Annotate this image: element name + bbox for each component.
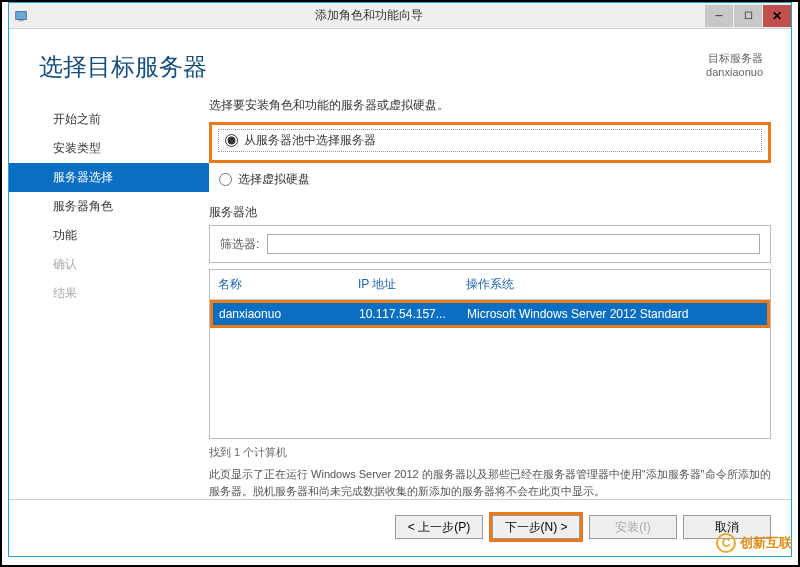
radio-from-pool-label: 从服务器池中选择服务器 xyxy=(244,132,376,149)
col-name[interactable]: 名称 xyxy=(218,276,358,293)
count-text: 找到 1 个计算机 xyxy=(209,445,771,460)
sidebar-item-results: 结果 xyxy=(9,279,209,308)
svg-rect-1 xyxy=(18,20,23,21)
wizard-sidebar: 开始之前 安装类型 服务器选择 服务器角色 功能 确认 结果 xyxy=(9,97,209,499)
filter-box: 筛选器: xyxy=(209,225,771,263)
filter-label: 筛选器: xyxy=(220,236,259,253)
main-panel: 选择要安装角色和功能的服务器或虚拟硬盘。 从服务器池中选择服务器 选择虚拟硬盘 … xyxy=(209,97,791,499)
footer: < 上一步(P) 下一步(N) > 安装(I) 取消 xyxy=(9,499,791,556)
target-value: danxiaonuo xyxy=(706,66,763,78)
sidebar-item-server-select[interactable]: 服务器选择 xyxy=(9,163,209,192)
description-text: 此页显示了正在运行 Windows Server 2012 的服务器以及那些已经… xyxy=(209,466,771,499)
header-target: 目标服务器 danxiaonuo xyxy=(706,51,763,78)
sidebar-item-features[interactable]: 功能 xyxy=(9,221,209,250)
cell-ip: 10.117.54.157... xyxy=(359,307,467,321)
target-label: 目标服务器 xyxy=(706,51,763,66)
wizard-window: 添加角色和功能向导 ─ ☐ ✕ 选择目标服务器 目标服务器 danxiaonuo… xyxy=(8,2,792,557)
radio-group-highlight: 从服务器池中选择服务器 xyxy=(209,122,771,163)
pool-label: 服务器池 xyxy=(209,204,771,221)
sidebar-item-confirm: 确认 xyxy=(9,250,209,279)
watermark-text: 创新互联 xyxy=(740,534,792,552)
table-row[interactable]: danxiaonuo 10.117.54.157... Microsoft Wi… xyxy=(213,303,767,325)
header: 选择目标服务器 目标服务器 danxiaonuo xyxy=(9,29,791,97)
table-empty-area xyxy=(210,328,770,438)
cell-name: danxiaonuo xyxy=(219,307,359,321)
col-os[interactable]: 操作系统 xyxy=(466,276,762,293)
minimize-button[interactable]: ─ xyxy=(705,5,733,27)
table-header: 名称 IP 地址 操作系统 xyxy=(210,270,770,300)
close-button[interactable]: ✕ xyxy=(763,5,791,27)
server-table: 名称 IP 地址 操作系统 danxiaonuo 10.117.54.157..… xyxy=(209,269,771,439)
selected-row-highlight: danxiaonuo 10.117.54.157... Microsoft Wi… xyxy=(210,300,770,328)
instruction-text: 选择要安装角色和功能的服务器或虚拟硬盘。 xyxy=(209,97,771,114)
next-button-highlight: 下一步(N) > xyxy=(489,512,583,542)
watermark-icon: C xyxy=(716,533,736,553)
install-button: 安装(I) xyxy=(589,515,677,539)
radio-vhd[interactable]: 选择虚拟硬盘 xyxy=(209,169,771,190)
next-button[interactable]: 下一步(N) > xyxy=(492,515,580,539)
page-title: 选择目标服务器 xyxy=(39,51,706,83)
filter-input[interactable] xyxy=(267,234,760,254)
sidebar-item-install-type[interactable]: 安装类型 xyxy=(9,134,209,163)
watermark: C 创新互联 xyxy=(716,533,792,553)
svg-rect-0 xyxy=(16,11,27,19)
sidebar-item-begin[interactable]: 开始之前 xyxy=(9,105,209,134)
cell-os: Microsoft Windows Server 2012 Standard xyxy=(467,307,761,321)
window-title: 添加角色和功能向导 xyxy=(33,7,704,24)
maximize-button[interactable]: ☐ xyxy=(734,5,762,27)
radio-vhd-input[interactable] xyxy=(219,173,232,186)
col-ip[interactable]: IP 地址 xyxy=(358,276,466,293)
titlebar: 添加角色和功能向导 ─ ☐ ✕ xyxy=(9,3,791,29)
radio-from-pool[interactable]: 从服务器池中选择服务器 xyxy=(218,129,762,152)
sidebar-item-server-roles[interactable]: 服务器角色 xyxy=(9,192,209,221)
radio-vhd-label: 选择虚拟硬盘 xyxy=(238,171,310,188)
prev-button[interactable]: < 上一步(P) xyxy=(395,515,483,539)
app-icon xyxy=(9,9,33,23)
radio-from-pool-input[interactable] xyxy=(225,134,238,147)
